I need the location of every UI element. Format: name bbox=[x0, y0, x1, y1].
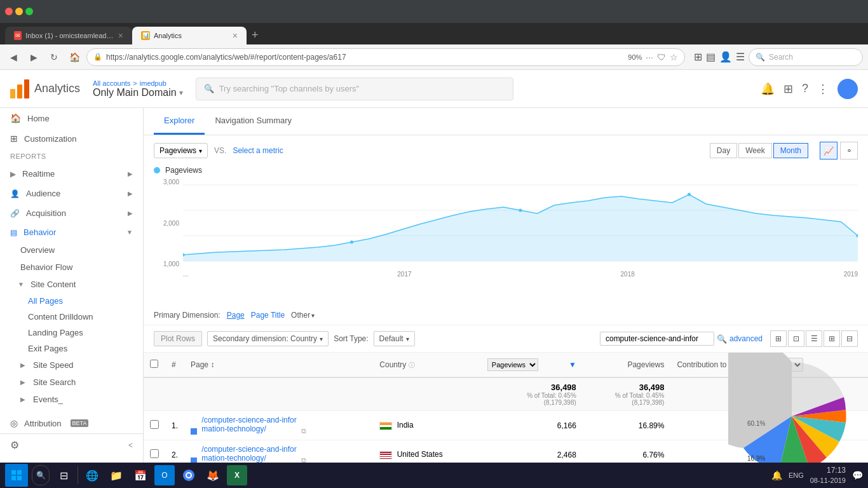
taskbar-clock: 17:13 08-11-2019 bbox=[810, 465, 846, 485]
taskbar-firefox-icon[interactable]: 🦊 bbox=[203, 465, 223, 485]
user-avatar[interactable] bbox=[837, 79, 858, 99]
row1-checkbox[interactable] bbox=[150, 420, 159, 429]
tab-explorer[interactable]: Explorer bbox=[154, 108, 205, 135]
pivot-view-btn[interactable]: ⊞ bbox=[824, 330, 840, 347]
taskbar-search-button[interactable]: 🔍 bbox=[32, 465, 50, 485]
sidebar-item-home[interactable]: 🏠 Home bbox=[0, 108, 143, 128]
time-btn-month[interactable]: Month bbox=[773, 143, 808, 158]
forward-button[interactable]: ▶ bbox=[25, 49, 42, 65]
sidebar-item-events[interactable]: ▶ Events_ bbox=[0, 391, 143, 408]
search-filter-icon[interactable]: 🔍 bbox=[717, 334, 727, 344]
secondary-dimension-dropdown[interactable]: Secondary dimension: Country ▾ bbox=[207, 331, 329, 346]
select-all-checkbox[interactable] bbox=[150, 360, 158, 368]
sidebar-item-landing-pages[interactable]: Landing Pages bbox=[0, 325, 143, 341]
ga-property-selector[interactable]: Only Main Domain ▾ bbox=[93, 87, 183, 98]
ga-breadcrumb: All accounts > imedpub bbox=[93, 79, 183, 87]
country-info-icon: ⓘ bbox=[409, 362, 415, 369]
browser-tab-inbox[interactable]: ✉ Inbox (1) - omicsteamleads2@... × bbox=[5, 27, 132, 44]
ga-search-bar[interactable]: 🔍 Try searching "Top channels by users" bbox=[196, 78, 513, 100]
row2-page-link[interactable]: /computer-science-and-information-techno… bbox=[201, 445, 296, 463]
reload-button[interactable]: ↻ bbox=[46, 49, 62, 65]
time-btn-week[interactable]: Week bbox=[738, 143, 771, 158]
browser-tab-analytics[interactable]: 📊 Analytics × bbox=[132, 27, 247, 44]
row1-copy-icon[interactable]: ⧉ bbox=[301, 427, 306, 435]
sidebar-item-audience[interactable]: 👤 Audience ▶ bbox=[0, 184, 143, 203]
table-view-buttons: ⊞ ⊡ ☰ ⊞ ⊟ bbox=[770, 330, 858, 347]
collapse-sidebar-button[interactable]: < bbox=[128, 441, 133, 450]
time-btn-day[interactable]: Day bbox=[710, 143, 737, 158]
taskbar-calendar-icon[interactable]: 📅 bbox=[130, 465, 151, 485]
bar-chart-view-btn[interactable]: ⚬ bbox=[840, 142, 858, 159]
line-chart-view-btn[interactable]: 📈 bbox=[820, 142, 837, 159]
sidebar-item-site-content[interactable]: ▼ Site Content bbox=[0, 276, 143, 293]
sidebar-item-customization[interactable]: ⊞ Customization bbox=[0, 128, 143, 149]
sidebar-item-site-speed[interactable]: ▶ Site Speed bbox=[0, 356, 143, 374]
row1-page-cell: /computer-science-and-information-techno… bbox=[184, 411, 373, 440]
list-view-btn[interactable]: ☰ bbox=[806, 330, 822, 347]
tab-navigation-summary[interactable]: Navigation Summary bbox=[205, 108, 302, 135]
primary-dim-page[interactable]: Page bbox=[227, 311, 245, 320]
sidebar-item-behavior-flow[interactable]: Behavior Flow bbox=[0, 259, 143, 276]
url-bar[interactable]: 🔒 https://analytics.google.com/analytics… bbox=[86, 48, 685, 66]
more-options-icon[interactable]: ⋮ bbox=[817, 82, 829, 96]
us-flag-icon bbox=[379, 451, 392, 459]
taskbar-outlook-icon[interactable]: O bbox=[154, 465, 175, 485]
apps-icon[interactable]: ⊞ bbox=[783, 82, 793, 96]
start-button[interactable] bbox=[5, 464, 28, 487]
sidebar-item-content-drilldown[interactable]: Content Drilldown bbox=[0, 309, 143, 325]
pageviews-column-select[interactable]: Pageviews bbox=[487, 358, 538, 371]
back-button[interactable]: ◀ bbox=[5, 49, 22, 65]
taskbar-notification-center-icon[interactable]: 💬 bbox=[852, 470, 863, 480]
grid-view-btn[interactable]: ⊞ bbox=[770, 330, 787, 347]
new-tab-button[interactable]: + bbox=[247, 26, 264, 44]
sidebar-item-acquisition[interactable]: 🔗 Acquisition ▶ bbox=[0, 203, 143, 223]
sidebar-item-realtime[interactable]: ▶ Realtime ▶ bbox=[0, 164, 143, 184]
taskbar-edge-icon[interactable]: 🌐 bbox=[82, 465, 102, 485]
sort-type-dropdown[interactable]: Default ▾ bbox=[374, 331, 415, 346]
search-filter-input[interactable] bbox=[600, 332, 714, 346]
compare-view-btn[interactable]: ⊡ bbox=[788, 330, 804, 347]
close-tab-analytics-icon[interactable]: × bbox=[233, 30, 238, 41]
behavior-icon: ▤ bbox=[10, 228, 17, 237]
sidebar-item-all-pages[interactable]: All Pages bbox=[0, 293, 143, 309]
taskbar-chrome-icon[interactable] bbox=[179, 465, 199, 485]
plot-rows-button[interactable]: Plot Rows bbox=[154, 331, 202, 346]
total-base2: (8,179,398) bbox=[589, 399, 665, 406]
sidebar-toggle-icon[interactable]: ▤ bbox=[706, 51, 715, 63]
home-button[interactable]: 🏠 bbox=[66, 49, 83, 65]
row1-page-link[interactable]: /computer-science-and-information-techno… bbox=[201, 416, 296, 433]
sidebar-item-exit-pages[interactable]: Exit Pages bbox=[0, 341, 143, 356]
sidebar-behavior-label: Behavior bbox=[24, 227, 56, 237]
row2-checkbox[interactable] bbox=[150, 449, 159, 458]
select-metric-link[interactable]: Select a metric bbox=[233, 146, 283, 155]
advanced-filter-link[interactable]: advanced bbox=[729, 334, 763, 343]
primary-dim-other-dropdown[interactable]: Other ▾ bbox=[291, 311, 315, 320]
sort-default-label: Default bbox=[379, 334, 403, 343]
th-page[interactable]: Page ↕ bbox=[184, 353, 373, 377]
settings-icon[interactable]: ⚙ bbox=[10, 439, 19, 451]
ga-all-accounts-link[interactable]: All accounts bbox=[93, 79, 130, 87]
th-country[interactable]: Country ⓘ bbox=[373, 353, 480, 377]
chart-table-view-btn[interactable]: ⊟ bbox=[841, 330, 858, 347]
library-icon[interactable]: ⊞ bbox=[694, 51, 702, 63]
taskbar-excel-icon[interactable]: X bbox=[227, 465, 247, 485]
firefox-search-bar[interactable]: 🔍 Search bbox=[749, 48, 863, 66]
sort-arrow-icon: ▾ bbox=[406, 336, 409, 342]
notifications-icon[interactable]: 🔔 bbox=[761, 82, 775, 96]
sidebar-item-attribution[interactable]: ◎ Attribution BETA bbox=[0, 413, 143, 433]
primary-dim-page-title[interactable]: Page Title bbox=[251, 311, 285, 320]
account-icon[interactable]: 👤 bbox=[719, 51, 732, 63]
sidebar-item-overview[interactable]: Overview bbox=[0, 241, 143, 259]
sidebar-item-behavior[interactable]: ▤ Behavior ▼ bbox=[0, 223, 143, 241]
menu-icon[interactable]: ☰ bbox=[736, 51, 745, 63]
taskbar-task-view-button[interactable]: ⊟ bbox=[53, 465, 74, 485]
close-tab-inbox-icon[interactable]: × bbox=[118, 30, 123, 41]
sidebar-item-site-search[interactable]: ▶ Site Search bbox=[0, 374, 143, 391]
ga-account-name[interactable]: imedpub bbox=[140, 79, 166, 87]
help-icon[interactable]: ? bbox=[802, 82, 808, 95]
sort-desc-arrow-icon[interactable]: ▼ bbox=[569, 360, 576, 369]
metric-dropdown[interactable]: Pageviews ▾ bbox=[154, 143, 208, 158]
th-pageviews-sort[interactable]: Pageviews ▼ bbox=[481, 353, 583, 377]
taskbar-notification-icon[interactable]: 🔔 bbox=[771, 470, 782, 480]
taskbar-files-icon[interactable]: 📁 bbox=[106, 465, 126, 485]
